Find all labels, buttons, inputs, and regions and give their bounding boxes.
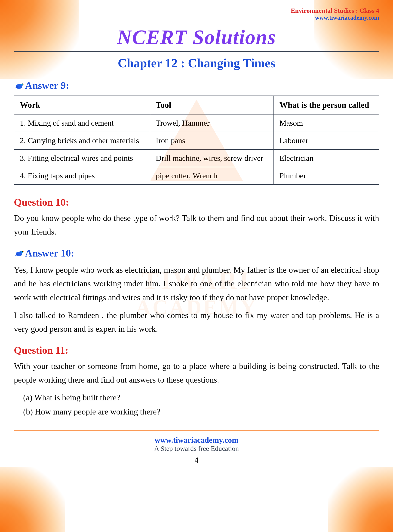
table-body: 1. Mixing of sand and cementTrowel, Hamm…	[14, 114, 379, 184]
table-row: 1. Mixing of sand and cementTrowel, Hamm…	[14, 114, 379, 132]
subject-label: Environmental Studies : Class 4	[291, 7, 379, 14]
table-row: 4. Fixing taps and pipespipe cutter, Wre…	[14, 167, 379, 184]
svg-marker-6	[15, 87, 16, 89]
table-cell-work-2: 3. Fitting electrical wires and points	[14, 149, 150, 167]
footer: www.tiwariacademy.com A Step towards fre…	[14, 430, 379, 464]
table-cell-person-0: Masom	[274, 114, 379, 132]
table-cell-person-1: Labourer	[274, 132, 379, 149]
svg-point-12	[16, 254, 19, 255]
svg-point-10	[22, 251, 23, 252]
answer9-table: Work Tool What is the person called 1. M…	[14, 95, 379, 185]
question11-sub-items: (a) What is being built there?(b) How ma…	[14, 391, 379, 419]
answer10-label-text: Answer 10:	[25, 247, 74, 259]
table-cell-person-2: Electrician	[274, 149, 379, 167]
bird-icon-2	[14, 248, 24, 258]
answer9-section: Answer 9: Work Tool What is the person c…	[14, 80, 379, 185]
col-header-person: What is the person called	[274, 96, 379, 114]
title-divider	[14, 51, 379, 52]
col-header-tool: Tool	[150, 96, 274, 114]
question10-label: Question 10:	[14, 196, 379, 208]
answer10-section: Answer 10: Yes, I know people who work a…	[14, 247, 379, 336]
table-header-row: Work Tool What is the person called	[14, 96, 379, 114]
svg-point-5	[16, 86, 19, 88]
table-cell-work-3: 4. Fixing taps and pipes	[14, 167, 150, 184]
table-cell-work-1: 2. Carrying bricks and other materials	[14, 132, 150, 149]
table-row: 2. Carrying bricks and other materialsIr…	[14, 132, 379, 149]
table-row: 3. Fitting electrical wires and pointsDr…	[14, 149, 379, 167]
answer9-table-wrapper: Work Tool What is the person called 1. M…	[14, 95, 379, 185]
answer10-para1: Yes, I know people who work as electrici…	[14, 263, 379, 304]
table-cell-person-3: Plumber	[274, 167, 379, 184]
question11-label: Question 11:	[14, 344, 379, 356]
svg-marker-13	[15, 254, 16, 256]
q11-sub-item-1: (b) How many people are working there?	[23, 405, 379, 419]
table-cell-tool-1: Iron pans	[150, 132, 274, 149]
question11-section: Question 11: With your teacher or someon…	[14, 344, 379, 419]
q11-sub-item-0: (a) What is being built there?	[23, 391, 379, 405]
table-cell-tool-0: Trowel, Hammer	[150, 114, 274, 132]
top-right-info: Environmental Studies : Class 4 www.tiwa…	[291, 7, 379, 21]
question10-section: Question 10: Do you know people who do t…	[14, 196, 379, 239]
main-title: NCERT Solutions	[14, 25, 379, 49]
main-title-area: NCERT Solutions	[14, 25, 379, 49]
page-number: 4	[14, 456, 379, 464]
svg-point-3	[22, 84, 23, 85]
bird-icon	[14, 80, 24, 91]
answer10-para2: I also talked to Ramdeen , the plumber w…	[14, 308, 379, 336]
footer-tagline: A Step towards free Education	[14, 445, 379, 452]
question11-text: With your teacher or someone from home, …	[14, 359, 379, 387]
answer10-label-row: Answer 10:	[14, 247, 379, 259]
chapter-title-area: Chapter 12 : Changing Times	[14, 56, 379, 70]
answer9-label-text: Answer 9:	[25, 80, 69, 91]
table-cell-tool-2: Drill machine, wires, screw driver	[150, 149, 274, 167]
chapter-title: Chapter 12 : Changing Times	[14, 56, 379, 70]
website-top: www.tiwariacademy.com	[291, 14, 379, 21]
footer-website: www.tiwariacademy.com	[14, 436, 379, 445]
table-cell-work-0: 1. Mixing of sand and cement	[14, 114, 150, 132]
col-header-work: Work	[14, 96, 150, 114]
table-cell-tool-3: pipe cutter, Wrench	[150, 167, 274, 184]
answer9-label-row: Answer 9:	[14, 80, 379, 91]
question10-text: Do you know people who do these type of …	[14, 211, 379, 239]
